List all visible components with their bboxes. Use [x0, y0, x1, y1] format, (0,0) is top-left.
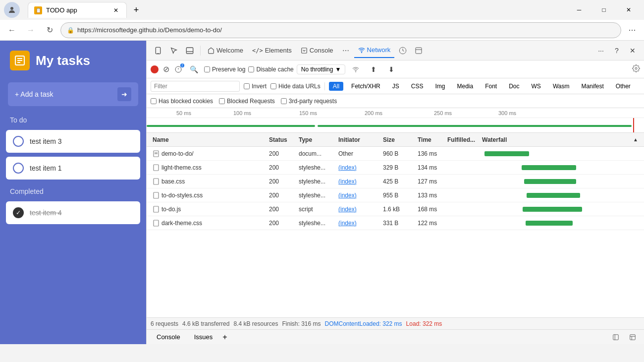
- filter-type-js[interactable]: JS: [388, 82, 403, 91]
- application-tab[interactable]: [411, 43, 426, 58]
- close-button[interactable]: ✕: [617, 2, 640, 17]
- import-har-button[interactable]: ⬆: [366, 62, 381, 77]
- refresh-button[interactable]: ↻: [42, 22, 57, 38]
- timeline-bar-1: [147, 125, 315, 127]
- table-row[interactable]: light-theme.css 200 styleshe... (index) …: [147, 161, 644, 175]
- filter-type-wasm[interactable]: Wasm: [549, 82, 574, 91]
- timeline-marker-red: [633, 118, 634, 133]
- timeline-bars: [147, 118, 644, 133]
- undock-button[interactable]: [608, 330, 623, 345]
- row-time-2: 134 ms: [416, 164, 445, 171]
- table-row[interactable]: demo-to-do/ 200 docum... Other 960 B 136…: [147, 147, 644, 161]
- throttle-dropdown[interactable]: No throttling ▼: [297, 64, 346, 74]
- svg-rect-14: [416, 48, 422, 54]
- hide-data-urls-checkbox[interactable]: Hide data URLs: [270, 83, 321, 90]
- blocked-requests-checkbox[interactable]: Blocked Requests: [219, 98, 275, 105]
- row-waterfall-2: [480, 165, 640, 170]
- browser-tab[interactable]: 📋 TODO app ✕: [28, 2, 127, 18]
- filter-type-other[interactable]: Other: [612, 82, 635, 91]
- task-item-1[interactable]: test item 3: [6, 130, 140, 153]
- separate-window-button[interactable]: [625, 330, 640, 345]
- performance-tab[interactable]: [395, 43, 410, 58]
- inspect-element-button[interactable]: [166, 43, 181, 58]
- console-drawer-button[interactable]: [182, 43, 197, 58]
- table-row[interactable]: base.css 200 styleshe... (index) 425 B 1…: [147, 175, 644, 188]
- back-button[interactable]: ←: [4, 22, 20, 38]
- task-text-2: test item 1: [30, 164, 62, 172]
- clear-button[interactable]: ⊘: [161, 65, 170, 74]
- task-checkbox-2[interactable]: [13, 163, 24, 174]
- devtools-close-button[interactable]: ✕: [625, 43, 640, 58]
- filter-type-fetchxhr[interactable]: Fetch/XHR: [347, 82, 384, 91]
- table-row[interactable]: dark-theme.css 200 styleshe... (index) 3…: [147, 216, 644, 230]
- browser-more-button[interactable]: ···: [624, 22, 640, 38]
- elements-tab-icon: </>: [252, 47, 263, 54]
- preserve-log-checkbox[interactable]: Preserve log: [204, 66, 245, 73]
- network-toolbar: ⊘ 2 🔍 Preserve log Disable cache No thro…: [147, 60, 644, 78]
- invert-checkbox[interactable]: Invert: [244, 83, 267, 90]
- table-row[interactable]: to-do.js 200 script (index) 1.6 kB 168 m…: [147, 202, 644, 216]
- filter-type-css[interactable]: CSS: [407, 82, 428, 91]
- new-tab-button[interactable]: +: [129, 2, 144, 17]
- tab-bar: 📋 TODO app ✕ +: [24, 1, 564, 19]
- task-checkbox-completed-1[interactable]: [13, 207, 24, 218]
- third-party-requests-checkbox[interactable]: 3rd-party requests: [281, 98, 337, 105]
- record-button[interactable]: [151, 65, 159, 73]
- network-online-button[interactable]: [348, 62, 363, 77]
- row-waterfall-5: [480, 207, 640, 212]
- svg-rect-5: [156, 47, 160, 54]
- bottom-tab-issues[interactable]: Issues: [188, 331, 219, 343]
- filter-type-ws[interactable]: WS: [528, 82, 545, 91]
- row-size-4: 955 B: [381, 192, 416, 199]
- network-tab[interactable]: Network: [354, 43, 395, 58]
- sources-tab[interactable]: [338, 43, 353, 58]
- svg-rect-24: [154, 165, 159, 171]
- tab-close-button[interactable]: ✕: [111, 6, 120, 15]
- filter-input[interactable]: [151, 81, 240, 92]
- timeline-ruler: 50 ms 100 ms 150 ms 200 ms 250 ms 300 ms: [147, 108, 644, 118]
- header-initiator: Initiator: [336, 136, 381, 143]
- row-status-4: 200: [267, 192, 297, 199]
- blocked-cookies-checkbox[interactable]: Has blocked cookies: [151, 98, 213, 105]
- row-name-1: demo-to-do/: [151, 150, 267, 157]
- network-settings-button[interactable]: [632, 64, 640, 74]
- forward-button[interactable]: →: [23, 22, 39, 38]
- row-name-2: light-theme.css: [151, 164, 267, 171]
- devtools-settings-help-button[interactable]: ?: [609, 43, 624, 58]
- device-emulation-button[interactable]: [151, 43, 165, 58]
- minimize-button[interactable]: ─: [568, 2, 590, 17]
- profile-button[interactable]: [4, 2, 20, 18]
- row-initiator-2: (index): [336, 164, 381, 171]
- filter-type-manifest[interactable]: Manifest: [577, 82, 607, 91]
- task-checkbox-1[interactable]: [13, 136, 24, 147]
- table-row[interactable]: to-do-styles.css 200 styleshe... (index)…: [147, 188, 644, 202]
- task-item-completed-1[interactable]: test item 4: [6, 201, 140, 224]
- filter-type-doc[interactable]: Doc: [505, 82, 523, 91]
- row-type-4: styleshe...: [297, 192, 336, 199]
- network-conditions-button[interactable]: 2: [173, 64, 183, 74]
- filter-type-all[interactable]: All: [329, 82, 343, 91]
- header-size: Size: [381, 136, 416, 143]
- nav-bar: ← → ↻ 🔒 https://microsoftedge.github.io/…: [0, 20, 644, 41]
- disable-cache-checkbox[interactable]: Disable cache: [248, 66, 293, 73]
- add-task-button[interactable]: + Add a task ➜: [8, 82, 138, 106]
- filter-type-font[interactable]: Font: [481, 82, 501, 91]
- elements-tab[interactable]: </> Elements: [248, 43, 296, 58]
- bottom-tab-console[interactable]: Console: [151, 331, 186, 343]
- console-tab[interactable]: Console: [297, 43, 337, 58]
- row-name-6: dark-theme.css: [151, 220, 267, 227]
- task-item-2[interactable]: test item 1: [6, 157, 140, 180]
- devtools-toolbar: Welcome </> Elements Console Network: [147, 41, 644, 60]
- filter-type-media[interactable]: Media: [453, 82, 477, 91]
- export-har-button[interactable]: ⬇: [384, 62, 399, 77]
- svg-rect-7: [186, 48, 193, 54]
- address-bar[interactable]: 🔒 https://microsoftedge.github.io/Demos/…: [60, 22, 621, 38]
- search-button[interactable]: 🔍: [186, 62, 201, 77]
- devtools-more-tabs-button[interactable]: ···: [593, 43, 608, 58]
- welcome-tab[interactable]: Welcome: [204, 43, 247, 58]
- filter-type-img[interactable]: Img: [431, 82, 449, 91]
- maximize-button[interactable]: □: [592, 2, 615, 17]
- network-table[interactable]: Name Status Type Initiator Size Time Ful…: [147, 133, 644, 317]
- bottom-tab-add-button[interactable]: +: [220, 333, 229, 342]
- row-time-1: 136 ms: [416, 150, 445, 157]
